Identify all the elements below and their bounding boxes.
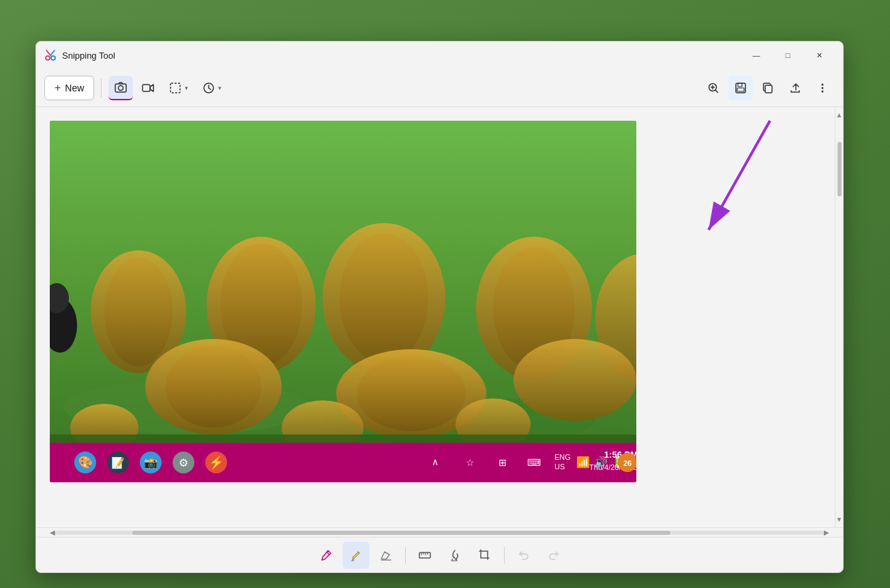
highlighter-button[interactable]	[342, 542, 370, 569]
video-mode-button[interactable]	[136, 76, 160, 100]
titlebar: Snipping Tool — □ ✕	[36, 42, 843, 69]
more-options-button[interactable]	[810, 76, 835, 100]
video-icon	[141, 81, 155, 95]
svg-text:📝: 📝	[111, 456, 125, 469]
svg-point-15	[822, 83, 824, 85]
toolbar-right-group	[701, 76, 835, 100]
svg-point-1	[51, 56, 55, 60]
svg-text:📸: 📸	[144, 456, 158, 469]
svg-point-4	[50, 55, 52, 57]
shape-mode-button[interactable]: ▾	[163, 76, 194, 100]
horizontal-scrollbar[interactable]	[55, 531, 824, 535]
copy-icon	[762, 82, 774, 94]
svg-point-16	[822, 87, 824, 89]
eraser-button[interactable]	[372, 542, 400, 569]
save-button[interactable]	[728, 76, 753, 100]
redo-button[interactable]	[540, 542, 567, 569]
crop-button[interactable]	[471, 542, 499, 569]
shape-icon	[168, 81, 182, 95]
svg-text:⚙: ⚙	[179, 457, 188, 469]
close-button[interactable]: ✕	[803, 44, 835, 66]
bottom-toolbar-sep-1	[405, 547, 406, 563]
bottom-toolbar-sep-2	[504, 547, 505, 563]
svg-text:🎨: 🎨	[78, 455, 93, 470]
svg-text:⌨: ⌨	[527, 457, 541, 468]
svg-point-17	[822, 90, 824, 92]
redo-icon	[547, 548, 561, 562]
svg-rect-8	[170, 83, 180, 93]
svg-text:☆: ☆	[466, 457, 475, 468]
vertical-scrollbar[interactable]: ▲ ▼	[835, 107, 843, 527]
shape-chevron-icon: ▾	[185, 85, 188, 91]
delay-chevron-icon: ▾	[218, 85, 222, 91]
ruler-icon	[417, 548, 432, 563]
svg-text:⊞: ⊞	[499, 457, 507, 468]
horizontal-scrollbar-wrap: ◀ ▶	[36, 527, 843, 537]
scroll-left-arrow[interactable]: ◀	[50, 529, 55, 536]
highlighter-icon	[348, 548, 364, 563]
svg-point-0	[46, 56, 50, 60]
scrollbar-thumb[interactable]	[837, 142, 842, 196]
screenshot-mode-button[interactable]	[108, 76, 133, 100]
arrow-annotation	[688, 114, 797, 250]
hscrollbar-thumb[interactable]	[132, 531, 670, 535]
svg-rect-41	[50, 443, 636, 482]
delay-button[interactable]: ▾	[196, 76, 227, 100]
zoom-in-icon	[707, 82, 720, 94]
svg-text:26: 26	[623, 459, 632, 467]
scroll-area[interactable]: 🎨 📝 📸 ⚙ ⚡ ∧ ☆ ⊞ ⌨ ENG US	[36, 107, 835, 527]
undo-icon	[517, 548, 531, 562]
app-icon	[44, 49, 57, 61]
ballpoint-pen-icon	[318, 548, 333, 563]
svg-rect-68	[419, 553, 430, 558]
svg-text:⚡: ⚡	[209, 455, 224, 470]
plus-icon: +	[55, 82, 61, 94]
svg-point-28	[340, 233, 428, 363]
svg-text:US: US	[554, 462, 565, 471]
maximize-button[interactable]: □	[772, 44, 803, 66]
zoom-in-button[interactable]	[701, 76, 726, 100]
svg-text:📶: 📶	[576, 456, 590, 469]
svg-text:∧: ∧	[432, 456, 439, 467]
svg-point-35	[357, 356, 466, 431]
ruler-button[interactable]	[411, 542, 439, 569]
new-label: New	[65, 83, 84, 93]
svg-point-33	[166, 346, 261, 428]
clock-icon	[202, 81, 216, 95]
crop-icon	[477, 548, 492, 563]
minimize-button[interactable]: —	[741, 44, 772, 66]
share-button[interactable]	[783, 76, 807, 100]
snipping-tool-window: Snipping Tool — □ ✕ + New	[35, 41, 844, 573]
main-toolbar: + New ▾	[36, 69, 843, 107]
svg-rect-14	[765, 85, 772, 93]
more-icon	[816, 82, 829, 94]
new-button[interactable]: + New	[44, 76, 94, 100]
svg-point-36	[514, 339, 636, 421]
toolbar-separator-1	[101, 78, 102, 98]
window-controls: — □ ✕	[741, 44, 835, 66]
app-title: Snipping Tool	[62, 50, 741, 61]
eraser-icon	[379, 548, 394, 563]
svg-point-24	[104, 257, 173, 366]
svg-rect-7	[143, 85, 150, 91]
undo-button[interactable]	[510, 542, 537, 569]
bottom-toolbar	[36, 537, 843, 572]
ballpoint-pen-button[interactable]	[312, 542, 340, 569]
content-area: 🎨 📝 📸 ⚙ ⚡ ∧ ☆ ⊞ ⌨ ENG US	[36, 107, 843, 527]
save-icon	[735, 82, 747, 94]
svg-point-6	[119, 85, 123, 90]
svg-line-66	[709, 121, 770, 230]
touch-writing-button[interactable]	[441, 542, 469, 569]
svg-text:ENG: ENG	[554, 453, 571, 461]
share-icon	[789, 82, 801, 94]
svg-rect-13	[737, 88, 744, 91]
snipped-image: 🎨 📝 📸 ⚙ ⚡ ∧ ☆ ⊞ ⌨ ENG US	[50, 121, 636, 482]
camera-icon	[114, 80, 128, 94]
touch-icon	[447, 548, 462, 563]
scroll-right-arrow[interactable]: ▶	[824, 529, 829, 536]
copy-button[interactable]	[756, 76, 780, 100]
